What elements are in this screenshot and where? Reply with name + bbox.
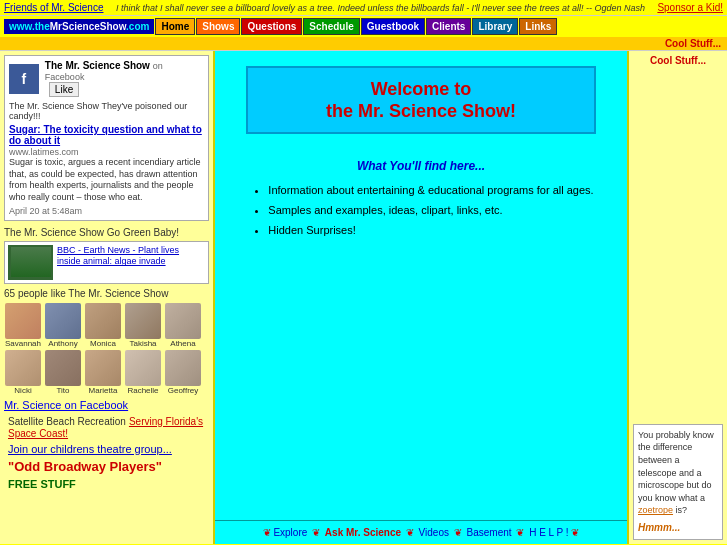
fan-item[interactable]: Rachelle [124,350,162,395]
fan-avatar [45,350,81,386]
what-youll-find-label: What You'll find here... [357,159,485,173]
footer-basement[interactable]: Basement [467,527,512,538]
fb-like-button[interactable]: Like [49,82,79,97]
fan-item[interactable]: Tito [44,350,82,395]
zoetrope-link[interactable]: zoetrope [638,505,673,515]
fan-avatar [5,350,41,386]
fb-page-title: The Mr. Science Show on Facebook [45,60,204,82]
fan-item[interactable]: Monica [84,303,122,348]
fan-name: Marietta [89,386,118,395]
center-content: Welcome to the Mr. Science Show! What Yo… [215,51,627,544]
free-stuff-label: FREE STUFF [8,478,205,490]
left-sidebar: f The Mr. Science Show on Facebook Like … [0,51,215,544]
hmm-text: Hmmm... [638,521,718,535]
welcome-box: Welcome to the Mr. Science Show! [246,66,596,134]
cool-stuff-bar: Cool Stuff... [0,37,727,51]
bottom-right-text: You probably know the difference between… [638,430,714,503]
fb-page-link[interactable]: Mr. Science on Facebook [4,399,128,411]
fan-avatar [165,303,201,339]
footer-help[interactable]: H E L P ! [529,527,568,538]
bottom-left-section: Satellite Beach Recreation Serving Flori… [4,411,209,494]
nav-schedule[interactable]: Schedule [303,18,359,35]
fans-count: 65 people like The Mr. Science Show [4,288,209,299]
fan-avatar [45,303,81,339]
welcome-title-line1: Welcome to [268,78,574,101]
fan-item[interactable]: Anthony [44,303,82,348]
fan-name: Takisha [129,339,156,348]
bullet-2: Samples and examples, ideas, clipart, li… [268,201,593,221]
bbc-image [8,245,53,280]
center-footer: ❦ Explore ❦ Ask Mr. Science ❦ Videos ❦ B… [215,520,627,544]
fan-avatar [125,303,161,339]
bbc-link[interactable]: BBC - Earth News - Plant lives inside an… [57,245,205,268]
bullet-1: Information about entertaining & educati… [268,181,593,201]
bullet-list: Information about entertaining & educati… [248,181,593,240]
welcome-title-line2: the Mr. Science Show! [268,101,574,122]
fb-content: The Mr. Science Show They've poisoned ou… [9,101,204,216]
go-green-section: The Mr. Science Show Go Green Baby! BBC … [4,227,209,284]
fan-item[interactable]: Nicki [4,350,42,395]
top-quote: I think that I shall never see a billboa… [103,3,657,13]
fan-item[interactable]: Geoffrey [164,350,202,395]
url-cyan: www.the [9,21,50,32]
fan-name: Rachelle [127,386,158,395]
bottom-right-box: You probably know the difference between… [633,424,723,540]
fb-date1: April 20 at 5:48am [9,206,204,216]
friends-link[interactable]: Friends of Mr. Science [4,2,103,13]
nav-guestbook[interactable]: Guestbook [361,18,425,35]
fan-item[interactable]: Athena [164,303,202,348]
fans-section: 65 people like The Mr. Science Show Sava… [4,288,209,395]
main-layout: f The Mr. Science Show on Facebook Like … [0,51,727,544]
nav-home[interactable]: Home [155,18,195,35]
top-bar: Friends of Mr. Science I think that I sh… [0,0,727,16]
fan-name: Tito [56,386,69,395]
fan-name: Nicki [14,386,31,395]
fan-item[interactable]: Savannah [4,303,42,348]
theatre-link[interactable]: Join our childrens theatre group... [8,443,205,455]
odd-broadway-title: "Odd Broadway Players" [8,459,205,474]
fan-name: Athena [170,339,195,348]
fb-header: f The Mr. Science Show on Facebook Like [9,60,204,97]
nav-bar: www.theMrScienceShow.com Home Shows Ques… [0,16,727,37]
fb-source1: www.latimes.com [9,147,204,157]
nav-questions[interactable]: Questions [241,18,302,35]
fan-name: Savannah [5,339,41,348]
fan-avatar [165,350,201,386]
cool-stuff-content: Cool Stuff... [633,55,723,66]
fan-avatar [85,350,121,386]
fb-body1: The Mr. Science Show They've poisoned ou… [9,101,204,121]
bbc-box: BBC - Earth News - Plant lives inside an… [4,241,209,284]
fan-avatar [5,303,41,339]
fan-name: Anthony [48,339,77,348]
sponsor-link[interactable]: Sponsor a Kid! [657,2,723,13]
fan-item[interactable]: Marietta [84,350,122,395]
fan-avatar [85,303,121,339]
footer-explore[interactable]: Explore [273,527,307,538]
fb-headline1[interactable]: Sugar: The toxicity question and what to… [9,124,204,146]
satellite-section: Satellite Beach Recreation Serving Flori… [8,415,205,439]
fan-avatar [125,350,161,386]
site-url[interactable]: www.theMrScienceShow.com [4,19,154,34]
fans-grid: SavannahAnthonyMonicaTakishaAthenaNickiT… [4,303,209,395]
nav-shows[interactable]: Shows [196,18,240,35]
footer-videos[interactable]: Videos [419,527,449,538]
fan-name: Monica [90,339,116,348]
footer-ask[interactable]: Ask Mr. Science [325,527,401,538]
footer-sep2: ❦ [571,527,579,538]
facebook-logo: f [9,64,39,94]
footer-sep1: ❦ [263,527,271,538]
go-green-text: The Mr. Science Show Go Green Baby! [4,227,209,238]
fb-body2: Sugar is toxic, argues a recent incendia… [9,157,204,204]
url-white: MrScienceShow [50,21,126,32]
fan-name: Geoffrey [168,386,199,395]
facebook-section: f The Mr. Science Show on Facebook Like … [4,55,209,221]
bullet-3: Hidden Surprises! [268,221,593,241]
fan-item[interactable]: Takisha [124,303,162,348]
nav-links[interactable]: Links [519,18,557,35]
url-cyan2: .com [126,21,149,32]
nav-library[interactable]: Library [472,18,518,35]
nav-clients[interactable]: Clients [426,18,471,35]
right-sidebar: Cool Stuff... You probably know the diff… [627,51,727,544]
